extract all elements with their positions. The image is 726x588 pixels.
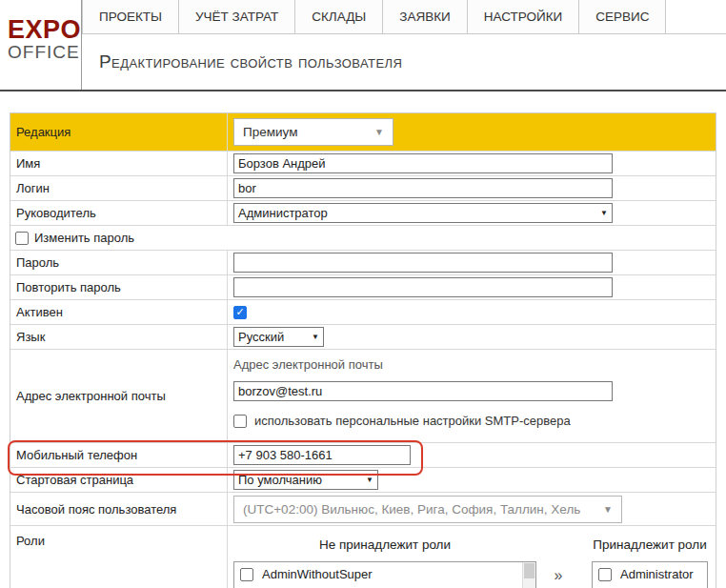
chevron-down-icon: ▼ (600, 209, 608, 217)
scrollbar[interactable] (522, 562, 535, 588)
roles-available-list: AdminWithoutSuper (233, 561, 536, 588)
scrollbar-thumb[interactable] (524, 563, 534, 578)
page: EXPO OFFICE ПРОЕКТЫ УЧЁТ ЗАТРАТ СКЛАДЫ З… (0, 0, 726, 588)
timezone-dropdown[interactable]: (UTC+02:00) Вильнюс, Киев, Рига, София, … (233, 496, 622, 523)
edition-dropdown[interactable]: Премиум ▼ (233, 118, 393, 146)
manager-value: Администратор (238, 206, 328, 220)
row-roles: Роли Не принадлежит роли Принадлежит рол… (10, 526, 716, 588)
manager-select[interactable]: Администратор ▼ (233, 203, 613, 223)
field-label-mobile-phone: Мобильный телефон (10, 443, 228, 467)
change-password-checkbox[interactable] (15, 232, 29, 245)
role-label: Administrator (620, 567, 694, 581)
app-header: EXPO OFFICE ПРОЕКТЫ УЧЁТ ЗАТРАТ СКЛАДЫ З… (0, 0, 726, 91)
row-start-page: Стартовая страница По умолчанию ▼ (10, 468, 716, 493)
user-properties-form: Редакция Премиум ▼ Имя Логин Руководител… (10, 112, 716, 588)
timezone-value: (UTC+02:00) Вильнюс, Киев, Рига, София, … (243, 502, 580, 517)
mobile-phone-input[interactable] (233, 445, 411, 465)
role-checkbox[interactable] (598, 568, 612, 581)
roles-assigned-list: Administrator (592, 561, 708, 588)
email-input[interactable] (233, 381, 613, 401)
password-input[interactable] (233, 253, 613, 273)
logo-expo: EXPO (8, 17, 81, 42)
tab-warehouses[interactable]: СКЛАДЫ (295, 0, 383, 33)
start-page-select[interactable]: По умолчанию ▼ (233, 470, 378, 490)
row-login: Логин (10, 176, 716, 201)
row-language: Язык Русский ▼ (10, 325, 716, 350)
tab-costs[interactable]: УЧЁТ ЗАТРАТ (179, 0, 295, 33)
smtp-settings-checkbox[interactable] (233, 415, 247, 428)
chevron-down-icon: ▼ (603, 504, 613, 515)
row-timezone: Часовой пояс пользователя (UTC+02:00) Ви… (10, 493, 716, 526)
field-label-manager: Руководитель (10, 201, 228, 225)
row-manager: Руководитель Администратор ▼ (10, 201, 716, 226)
list-item[interactable]: Administrator (593, 562, 707, 586)
page-title: Редактирование свойств пользователя (99, 51, 402, 72)
check-icon: ✓ (235, 307, 244, 317)
repeat-password-input[interactable] (233, 277, 613, 297)
language-select[interactable]: Русский ▼ (233, 327, 324, 347)
row-name: Имя (10, 152, 716, 176)
roles-available-header: Не принадлежит роли (233, 537, 536, 552)
field-label-login: Логин (10, 176, 228, 200)
row-edition: Редакция Премиум ▼ (10, 113, 716, 152)
row-mobile-phone: Мобильный телефон (10, 443, 716, 468)
chevron-down-icon: ▼ (374, 127, 384, 137)
tab-service[interactable]: СЕРВИС (579, 0, 666, 33)
field-label-active: Активен (10, 300, 228, 324)
field-label-repeat-password: Повторить пароль (10, 275, 228, 299)
role-label: AdminWithoutSuper (262, 567, 373, 581)
field-label-roles: Роли (10, 526, 228, 588)
row-password: Пароль (10, 251, 716, 275)
change-password-label: Изменить пароль (34, 231, 134, 245)
logo: EXPO OFFICE (0, 0, 82, 90)
field-label-language: Язык (10, 325, 228, 349)
row-active: Активен ✓ (10, 300, 716, 325)
main-nav: ПРОЕКТЫ УЧЁТ ЗАТРАТ СКЛАДЫ ЗАЯВКИ НАСТРО… (82, 0, 726, 34)
login-input[interactable] (233, 178, 613, 198)
tab-settings[interactable]: НАСТРОЙКИ (468, 0, 579, 33)
email-caption: Адрес электронной почты (233, 357, 383, 372)
chevron-down-icon: ▼ (366, 476, 373, 484)
row-repeat-password: Повторить пароль (10, 275, 716, 300)
roles-assigned-header: Принадлежит роли (588, 537, 712, 552)
name-input[interactable] (233, 153, 613, 173)
field-label-start-page: Стартовая страница (10, 468, 228, 492)
field-label-email: Адрес электронной почты (10, 350, 228, 442)
list-item[interactable]: AdminWithoutSuper (234, 562, 535, 586)
field-label-timezone: Часовой пояс пользователя (10, 493, 228, 525)
row-change-password: Изменить пароль (10, 226, 716, 251)
chevron-down-icon: ▼ (312, 333, 319, 341)
role-checkbox[interactable] (240, 568, 253, 581)
active-checkbox[interactable]: ✓ (233, 306, 247, 319)
row-email: Адрес электронной почты Адрес электронно… (10, 350, 716, 443)
tab-requests[interactable]: ЗАЯВКИ (383, 0, 467, 33)
language-value: Русский (238, 330, 284, 344)
tab-projects[interactable]: ПРОЕКТЫ (82, 0, 179, 33)
edition-value: Премиум (243, 125, 297, 139)
move-right-button[interactable]: » (536, 561, 580, 584)
smtp-settings-label: использовать персональные настройки SMTP… (254, 414, 571, 428)
start-page-value: По умолчанию (238, 473, 322, 487)
field-label-name: Имя (10, 152, 228, 175)
logo-office: OFFICE (8, 42, 81, 63)
field-label-edition: Редакция (10, 113, 228, 151)
field-label-password: Пароль (10, 251, 228, 274)
